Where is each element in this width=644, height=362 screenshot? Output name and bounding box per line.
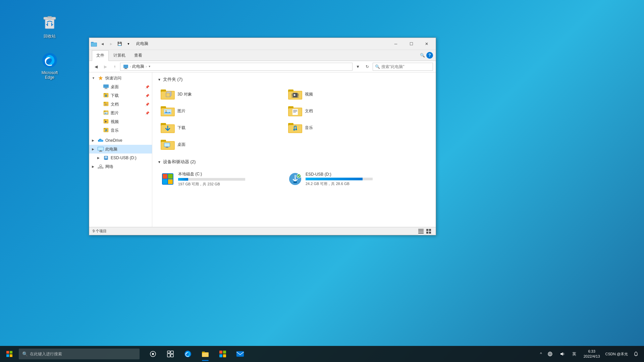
nav-back-button[interactable]: ◀ — [92, 63, 100, 71]
path-dropdown-arrow[interactable]: ▼ — [148, 65, 151, 68]
explorer-window: ◀ ▶ 💾 ▼ 此电脑 ─ ☐ ✕ 文件 计算机 查看 🔍 ? — [89, 38, 436, 235]
usb-icon — [103, 155, 109, 161]
edge-icon — [41, 52, 58, 69]
sidebar-item-desktop[interactable]: 桌面 📌 — [89, 82, 152, 91]
folder-videos[interactable]: 视频 — [285, 86, 392, 102]
folder-pictures[interactable]: 图片 — [158, 103, 265, 119]
folder-downloads[interactable]: 下载 — [158, 120, 265, 135]
drive-d[interactable]: ESD-USB (D:) 24.2 GB 可用，共 28.6 GB — [285, 169, 392, 189]
path-this-pc[interactable]: 此电脑 — [132, 64, 144, 69]
svg-rect-70 — [293, 112, 296, 113]
folders-section-header[interactable]: ▼ 文件夹 (7) — [158, 76, 430, 82]
svg-rect-29 — [104, 128, 106, 129]
folder-desktop[interactable]: 桌面 — [158, 137, 265, 152]
svg-rect-16 — [104, 93, 106, 94]
svg-point-41 — [102, 167, 103, 169]
svg-rect-8 — [123, 65, 128, 68]
search-box[interactable]: 🔍 — [373, 63, 433, 71]
notification-button[interactable] — [631, 346, 641, 362]
pin-icon-3: 📌 — [145, 103, 149, 106]
tile-view-btn[interactable] — [426, 228, 432, 235]
tab-file[interactable]: 文件 — [92, 50, 109, 61]
folder-3d-objects[interactable]: 3D 对象 — [158, 86, 265, 102]
network-tray-icon[interactable] — [545, 349, 555, 359]
svg-rect-20 — [105, 104, 107, 105]
sidebar-item-quick-access[interactable]: ▼ 快速访问 — [89, 74, 152, 82]
svg-rect-99 — [429, 229, 431, 231]
sidebar-item-videos[interactable]: 视频 — [89, 117, 152, 126]
svg-rect-84 — [166, 147, 168, 147]
notification-area[interactable]: CSDN @禾光 — [604, 349, 629, 359]
forward-history-btn[interactable]: ▶ — [107, 40, 115, 48]
search-icon: 🔍 — [375, 64, 380, 69]
svg-rect-68 — [293, 110, 297, 111]
drives-section-header[interactable]: ▼ 设备和驱动器 (2) — [158, 159, 430, 165]
volume-tray-icon[interactable] — [557, 349, 568, 359]
start-button[interactable] — [0, 346, 19, 362]
title-bar: ◀ ▶ 💾 ▼ 此电脑 ─ ☐ ✕ — [89, 38, 436, 50]
maximize-button[interactable]: ☐ — [404, 38, 419, 50]
folder-pictures-icon — [161, 105, 175, 117]
ime-tray-icon[interactable]: 英 — [569, 349, 580, 359]
ribbon-search-icon[interactable]: 🔍 — [420, 53, 425, 58]
drive-c[interactable]: 本地磁盘 (C:) 197 GB 可用，共 232 GB — [158, 169, 265, 189]
path-separator: › — [130, 65, 131, 68]
sidebar-item-downloads[interactable]: 下载 📌 — [89, 91, 152, 100]
folder-documents[interactable]: 文档 — [285, 103, 392, 119]
sidebar-item-onedrive[interactable]: ▶ OneDrive — [89, 136, 152, 145]
ribbon-help-icon[interactable]: ? — [426, 52, 433, 59]
svg-rect-56 — [298, 93, 299, 94]
path-separator-2: › — [146, 65, 147, 68]
drives-collapse-icon: ▼ — [158, 160, 161, 164]
svg-point-30 — [105, 131, 106, 131]
close-button[interactable]: ✕ — [419, 38, 434, 50]
sidebar-item-esd-usb[interactable]: ▶ ESD-USB (D:) — [89, 154, 152, 162]
tab-view[interactable]: 查看 — [130, 50, 146, 61]
sidebar-item-this-pc[interactable]: ▶ 此电脑 — [89, 145, 152, 154]
nav-forward-button[interactable]: ▶ — [101, 63, 109, 71]
sidebar-item-documents[interactable]: 文档 📌 — [89, 100, 152, 109]
search-input[interactable] — [381, 64, 431, 69]
computer-icon — [97, 146, 104, 153]
folder-music[interactable]: 音乐 — [285, 120, 392, 135]
refresh-button[interactable]: ↻ — [363, 63, 371, 71]
svg-point-39 — [98, 167, 99, 169]
title-bar-folder-icon — [91, 41, 97, 47]
desktop-icon-recycle-bin[interactable]: 回收站 — [36, 13, 63, 41]
taskbar-explorer-button[interactable] — [197, 346, 213, 362]
svg-rect-95 — [418, 230, 424, 231]
widgets-button[interactable] — [162, 346, 178, 362]
sidebar-label-downloads: 下载 — [111, 93, 119, 99]
svg-rect-120 — [236, 351, 244, 357]
nav-up-button[interactable]: ↑ — [111, 63, 119, 71]
sidebar-item-network[interactable]: ▶ 网络 — [89, 162, 152, 171]
path-dropdown-btn[interactable]: ▼ — [354, 63, 362, 71]
taskview-button[interactable] — [145, 346, 161, 362]
pin-icon-4: 📌 — [145, 111, 149, 115]
quick-save-btn[interactable]: 💾 — [116, 40, 123, 48]
taskbar-mail-button[interactable] — [232, 346, 248, 362]
svg-point-78 — [296, 129, 297, 130]
tab-computer[interactable]: 计算机 — [109, 50, 129, 61]
sidebar-item-music[interactable]: 音乐 — [89, 126, 152, 135]
detail-view-btn[interactable] — [418, 228, 424, 235]
address-path[interactable]: › 此电脑 › ▼ — [120, 63, 353, 71]
tray-expand-btn[interactable]: ^ — [539, 352, 543, 356]
desktop-icon-edge[interactable]: MicrosoftEdge — [36, 50, 63, 81]
svg-rect-115 — [202, 353, 208, 357]
sidebar-item-pictures[interactable]: 图片 📌 — [89, 109, 152, 117]
clock[interactable]: 6:33 2022/4/13 — [581, 346, 603, 362]
ribbon-right: 🔍 ? — [420, 52, 433, 59]
taskbar-store-button[interactable] — [215, 346, 231, 362]
back-history-btn[interactable]: ◀ — [99, 40, 106, 48]
minimize-button[interactable]: ─ — [388, 38, 404, 50]
svg-rect-87 — [163, 174, 167, 179]
taskbar-search[interactable]: 🔍 在此键入进行搜索 — [19, 349, 140, 359]
dropdown-btn[interactable]: ▼ — [125, 40, 132, 48]
status-bar-right — [418, 228, 432, 235]
ime-label: 英 — [572, 351, 576, 357]
svg-rect-21 — [105, 105, 107, 105]
drive-c-name: 本地磁盘 (C:) — [178, 171, 262, 177]
taskbar-edge-button[interactable] — [180, 346, 196, 362]
folder-3d-icon — [161, 88, 175, 100]
